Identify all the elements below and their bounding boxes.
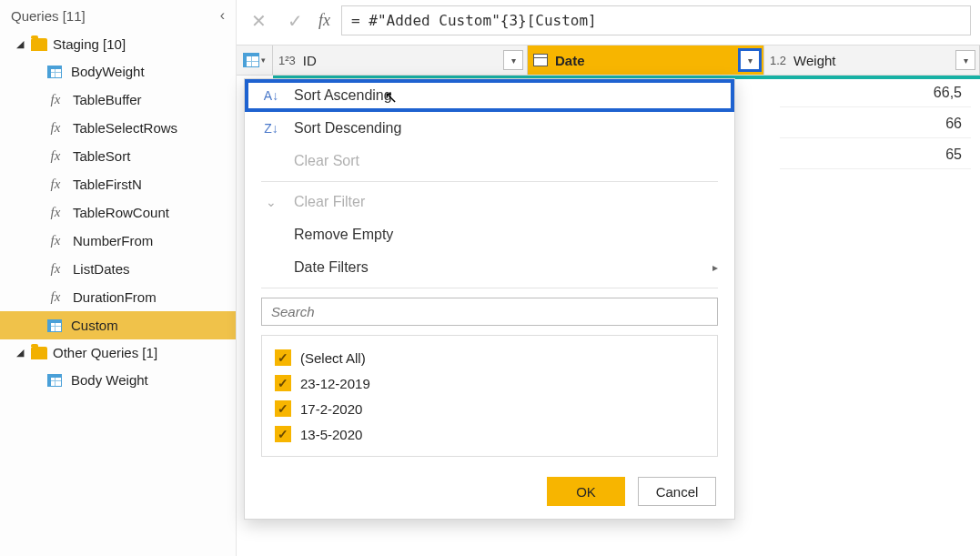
tree-item-label: Body Weight [71, 372, 148, 388]
queries-sidebar: Queries [11] ‹ ◢ Staging [10] BodyWeight… [0, 0, 237, 556]
tree-item-tablefirstn[interactable]: fx TableFirstN [0, 170, 236, 198]
menu-date-filters[interactable]: Date Filters ▸ [245, 251, 734, 284]
filter-option-label: 13-5-2020 [300, 427, 362, 442]
column-header-date[interactable]: Date ▾ [528, 45, 764, 75]
checkbox-checked-icon[interactable]: ✓ [275, 375, 291, 391]
function-icon: fx [47, 92, 64, 107]
column-label: Date [553, 53, 734, 68]
tree-item-bodyweight[interactable]: BodyWeight [0, 57, 236, 86]
submenu-arrow-icon: ▸ [712, 261, 718, 274]
menu-item-label: Date Filters [294, 259, 369, 276]
function-icon: fx [47, 120, 64, 136]
filter-values-list: ✓ (Select All) ✓ 23-12-2019 ✓ 17-2-2020 … [261, 335, 718, 457]
filter-option[interactable]: ✓ 17-2-2020 [273, 396, 706, 421]
tree-item-label: TableRowCount [73, 205, 169, 220]
grid-header: ▾ 1²3 ID ▾ Date ▾ 1.2 Weight ▾ [237, 45, 980, 76]
function-icon: fx [47, 289, 64, 305]
menu-item-label: Clear Sort [294, 153, 359, 169]
menu-sort-descending[interactable]: Z↓ Sort Descending [245, 112, 734, 145]
column-header-weight[interactable]: 1.2 Weight ▾ [764, 45, 980, 75]
menu-clear-filter: ⌄ Clear Filter [245, 186, 734, 218]
group-label: Other Queries [1] [53, 345, 157, 360]
cell-weight[interactable]: 65 [780, 141, 971, 169]
column-filter-menu: A↓ Sort Ascending Z↓ Sort Descending Cle… [244, 78, 735, 520]
menu-remove-empty[interactable]: Remove Empty [245, 218, 734, 251]
tree-item-label: NumberFrom [73, 233, 153, 248]
function-icon: fx [47, 233, 64, 248]
cancel-formula-icon[interactable]: ✕ [246, 9, 271, 33]
sort-asc-icon: A↓ [261, 88, 281, 103]
checkbox-checked-icon[interactable]: ✓ [275, 400, 291, 417]
menu-item-label: Sort Ascending [294, 87, 392, 104]
filter-option[interactable]: ✓ 23-12-2019 [273, 370, 706, 396]
row-index-header[interactable]: ▾ [237, 45, 273, 75]
tree-item-tableselectrows[interactable]: fx TableSelectRows [0, 114, 236, 142]
tree-item-label: DurationFrom [73, 289, 157, 305]
tree-item-label: BodyWeight [71, 64, 145, 79]
chevron-down-icon: ▾ [261, 56, 266, 65]
tree-item-label: ListDates [73, 261, 130, 277]
table-icon [47, 319, 62, 332]
filter-option-label: 17-2-2020 [300, 401, 362, 417]
fx-icon: fx [318, 11, 330, 30]
tree-group-staging[interactable]: ◢ Staging [10] [0, 31, 236, 57]
function-icon: fx [47, 261, 64, 277]
tree-item-body-weight[interactable]: Body Weight [0, 366, 236, 394]
column-header-id[interactable]: 1²3 ID ▾ [273, 45, 528, 75]
column-filter-button[interactable]: ▾ [955, 50, 975, 70]
tree-item-label: TableFirstN [73, 177, 142, 192]
filter-option-label: 23-12-2019 [300, 376, 370, 391]
tree-item-tablesort[interactable]: fx TableSort [0, 142, 236, 170]
cell-weight[interactable]: 66,5 [780, 79, 971, 107]
tree-item-label: Custom [71, 318, 118, 333]
menu-clear-sort: Clear Sort [245, 145, 734, 177]
column-filter-button[interactable]: ▾ [503, 50, 523, 70]
clear-filter-icon: ⌄ [261, 195, 281, 209]
collapse-pane-icon[interactable]: ‹ [220, 7, 225, 24]
caret-down-icon: ◢ [16, 347, 25, 359]
filter-option-label: (Select All) [300, 350, 366, 366]
table-icon [47, 374, 62, 387]
ok-button[interactable]: OK [547, 477, 625, 506]
filter-option[interactable]: ✓ 13-5-2020 [273, 421, 706, 447]
checkbox-checked-icon[interactable]: ✓ [275, 426, 291, 442]
date-type-icon [533, 54, 548, 66]
menu-sort-ascending[interactable]: A↓ Sort Ascending [245, 79, 734, 112]
folder-icon [31, 38, 47, 51]
tree-item-tablebuffer[interactable]: fx TableBuffer [0, 86, 236, 114]
formula-bar: ✕ ✓ fx = #"Added Custom"{3}[Custom] [237, 0, 980, 45]
tree-item-tablerowcount[interactable]: fx TableRowCount [0, 198, 236, 227]
filter-search-input[interactable] [261, 298, 718, 326]
queries-title: Queries [11] [11, 8, 86, 24]
menu-item-label: Sort Descending [294, 120, 401, 136]
tree-item-listdates[interactable]: fx ListDates [0, 255, 236, 283]
tree-item-numberfrom[interactable]: fx NumberFrom [0, 227, 236, 255]
menu-separator [261, 181, 718, 182]
formula-input[interactable]: = #"Added Custom"{3}[Custom] [341, 5, 971, 35]
sort-desc-icon: Z↓ [261, 121, 281, 136]
folder-icon [31, 347, 47, 359]
group-label: Staging [10] [53, 36, 126, 52]
tree-item-label: TableSort [73, 148, 130, 164]
tree-item-durationfrom[interactable]: fx DurationFrom [0, 283, 236, 311]
column-label: ID [301, 53, 498, 68]
tree-item-label: TableBuffer [73, 92, 142, 107]
menu-item-label: Remove Empty [294, 227, 393, 243]
tree-item-custom[interactable]: Custom [0, 311, 236, 339]
caret-down-icon: ◢ [16, 38, 25, 50]
column-filter-button[interactable]: ▾ [740, 50, 760, 70]
decimal-type-icon: 1.2 [770, 54, 786, 67]
checkbox-checked-icon[interactable]: ✓ [275, 349, 291, 366]
cell-weight[interactable]: 66 [780, 110, 971, 138]
commit-formula-icon[interactable]: ✓ [282, 9, 308, 33]
function-icon: fx [47, 148, 64, 164]
table-icon [243, 53, 259, 67]
number-type-icon: 1²3 [278, 54, 296, 67]
cancel-button[interactable]: Cancel [638, 477, 716, 506]
function-icon: fx [47, 205, 64, 220]
table-icon [47, 66, 62, 78]
filter-option[interactable]: ✓ (Select All) [273, 345, 706, 370]
tree-group-other[interactable]: ◢ Other Queries [1] [0, 339, 236, 366]
column-label: Weight [792, 53, 950, 68]
editor-main: ✕ ✓ fx = #"Added Custom"{3}[Custom] ▾ 1²… [237, 0, 980, 556]
